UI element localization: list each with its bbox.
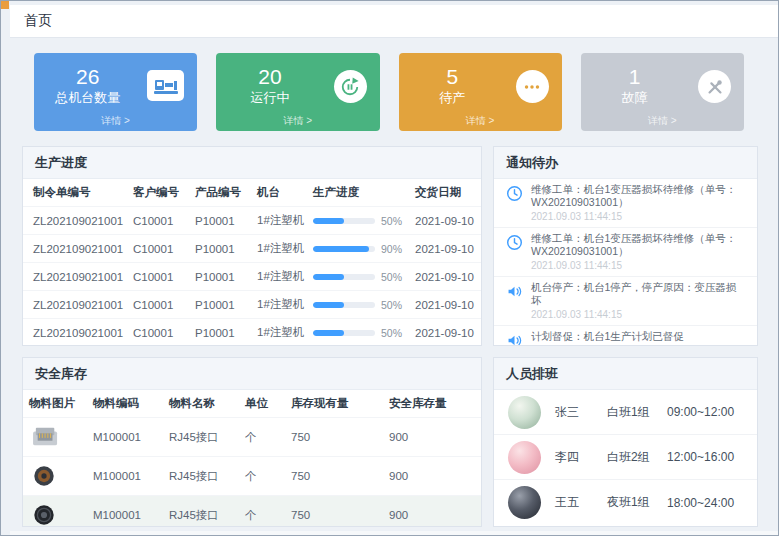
delivery-date: 2021-09-10	[409, 319, 481, 346]
card-detail-link[interactable]: 详情 >	[216, 114, 379, 128]
material-code: M100001	[87, 457, 163, 496]
card-label: 故障	[591, 89, 679, 107]
top-tab-bar: 首页	[10, 5, 778, 38]
customer-no: C10001	[127, 319, 189, 346]
person-shift: 夜班1组	[607, 494, 667, 511]
card-info: 1 故障	[591, 65, 679, 107]
card-running[interactable]: 20 运行中 详情 >	[216, 53, 379, 131]
notice-time: 2021.09.03 11:44:15	[531, 261, 745, 271]
card-value: 20	[226, 65, 314, 88]
column-header: 物料名称	[163, 390, 239, 418]
product-no: P10001	[189, 235, 251, 263]
person-name: 王五	[555, 494, 607, 511]
progress-value: 90%	[381, 243, 402, 255]
person-time: 18:00~24:00	[667, 496, 734, 510]
material-unit: 个	[239, 457, 285, 496]
avatar	[508, 396, 541, 429]
clock-icon	[506, 234, 523, 251]
tab-home[interactable]: 首页	[24, 12, 52, 30]
card-detail-link[interactable]: 详情 >	[399, 114, 562, 128]
notifications-panel: 通知待办 维修工单：机台1变压器损坏待维修（单号：WX202109031001）…	[493, 146, 758, 346]
card-fault[interactable]: 1 故障 详情 >	[581, 53, 744, 131]
progress-value: 50%	[381, 271, 402, 283]
column-header: 制令单编号	[23, 179, 127, 207]
progress-value: 50%	[381, 215, 402, 227]
corner-accent	[0, 0, 9, 9]
column-header: 库存现有量	[285, 390, 383, 418]
machine-name: 1#注塑机	[251, 319, 307, 346]
customer-no: C10001	[127, 291, 189, 319]
notice-item[interactable]: 计划督促：机台1生产计划已督促 2021.09.03 11:44:15	[494, 326, 757, 345]
sync-icon	[334, 70, 367, 103]
machine-name: 1#注塑机	[251, 263, 307, 291]
machine-name: 1#注塑机	[251, 291, 307, 319]
card-detail-link[interactable]: 详情 >	[34, 114, 197, 128]
material-name: RJ45接口	[163, 418, 239, 457]
material-code: M100001	[87, 418, 163, 457]
notice-item[interactable]: 机台停产：机台1停产，停产原因：变压器损坏 2021.09.03 11:44:1…	[494, 277, 757, 326]
notice-body: 维修工单：机台1变压器损坏待维修（单号：WX202109031001） 2021…	[531, 232, 745, 271]
order-no: ZL202109021001	[23, 291, 127, 319]
machine-icon	[147, 70, 184, 101]
table-header-row: 物料图片 物料编码 物料名称 单位 库存现有量 安全库存量	[23, 390, 481, 418]
inventory-row: M100001 RJ45接口 个 750 900	[23, 496, 481, 527]
card-standby[interactable]: 5 待产 详情 >	[399, 53, 562, 131]
person-name: 张三	[555, 404, 607, 421]
progress-cell: 50%	[307, 207, 409, 235]
notice-text: 计划督促：机台1生产计划已督促	[531, 330, 745, 343]
notice-body: 维修工单：机台1变压器损坏待维修（单号：WX202109031001） 2021…	[531, 183, 745, 222]
stock-on-hand: 750	[285, 418, 383, 457]
card-info: 5 待产	[409, 65, 497, 107]
horizontal-scrollbar[interactable]	[10, 531, 778, 536]
machine-name: 1#注塑机	[251, 207, 307, 235]
material-code: M100001	[87, 496, 163, 527]
tools-icon	[698, 70, 731, 103]
card-label: 待产	[409, 89, 497, 107]
delivery-date: 2021-09-10	[409, 263, 481, 291]
avatar	[508, 486, 541, 519]
notice-item[interactable]: 维修工单：机台1变压器损坏待维修（单号：WX202109031001） 2021…	[494, 179, 757, 228]
column-header: 单位	[239, 390, 285, 418]
product-no: P10001	[189, 319, 251, 346]
production-row: ZL202109021001 C10001 P10001 1#注塑机 50% 2…	[23, 319, 481, 346]
production-progress-panel: 生产进度 制令单编号 客户编号 产品编号 机台 生产进度 交货日期	[22, 146, 482, 346]
progress-fill	[313, 246, 369, 252]
table-header-row: 制令单编号 客户编号 产品编号 机台 生产进度 交货日期	[23, 179, 481, 207]
material-unit: 个	[239, 496, 285, 527]
safety-stock: 900	[383, 457, 481, 496]
column-header: 机台	[251, 179, 307, 207]
progress-cell: 90%	[307, 235, 409, 263]
stock-on-hand: 750	[285, 457, 383, 496]
production-row: ZL202109021001 C10001 P10001 1#注塑机 50% 2…	[23, 263, 481, 291]
speaker-icon	[506, 283, 523, 300]
card-total-machines[interactable]: 26 总机台数量 详情 >	[34, 53, 197, 131]
product-no: P10001	[189, 207, 251, 235]
production-row: ZL202109021001 C10001 P10001 1#注塑机 90% 2…	[23, 235, 481, 263]
notice-item[interactable]: 维修工单：机台1变压器损坏待维修（单号：WX202109031001） 2021…	[494, 228, 757, 277]
inventory-row: M100001 RJ45接口 个 750 900	[23, 418, 481, 457]
customer-no: C10001	[127, 263, 189, 291]
delivery-date: 2021-09-10	[409, 235, 481, 263]
product-no: P10001	[189, 263, 251, 291]
card-detail-link[interactable]: 详情 >	[581, 114, 744, 128]
card-value: 5	[409, 65, 497, 88]
column-header: 物料编码	[87, 390, 163, 418]
avatar	[508, 441, 541, 474]
column-header: 产品编号	[189, 179, 251, 207]
card-info: 20 运行中	[226, 65, 314, 107]
progress-value: 50%	[381, 299, 402, 311]
production-row: ZL202109021001 C10001 P10001 1#注塑机 50% 2…	[23, 291, 481, 319]
panel-body: 张三 白班1组 09:00~12:00 李四 白班2组 12:00~16:00 …	[494, 390, 757, 526]
card-label: 运行中	[226, 89, 314, 107]
progress-fill	[313, 218, 344, 224]
notice-body: 机台停产：机台1停产，停产原因：变压器损坏 2021.09.03 11:44:1…	[531, 281, 745, 320]
progress-fill	[313, 302, 344, 308]
panel-title: 通知待办	[494, 147, 757, 179]
delivery-date: 2021-09-10	[409, 207, 481, 235]
schedule-row: 王五 夜班1组 18:00~24:00	[494, 480, 757, 525]
dashboard-content: 26 总机台数量 详情 > 20 运行中	[10, 38, 778, 535]
customer-no: C10001	[127, 207, 189, 235]
customer-no: C10001	[127, 235, 189, 263]
production-row: ZL202109021001 C10001 P10001 1#注塑机 50% 2…	[23, 207, 481, 235]
stock-on-hand: 750	[285, 496, 383, 527]
